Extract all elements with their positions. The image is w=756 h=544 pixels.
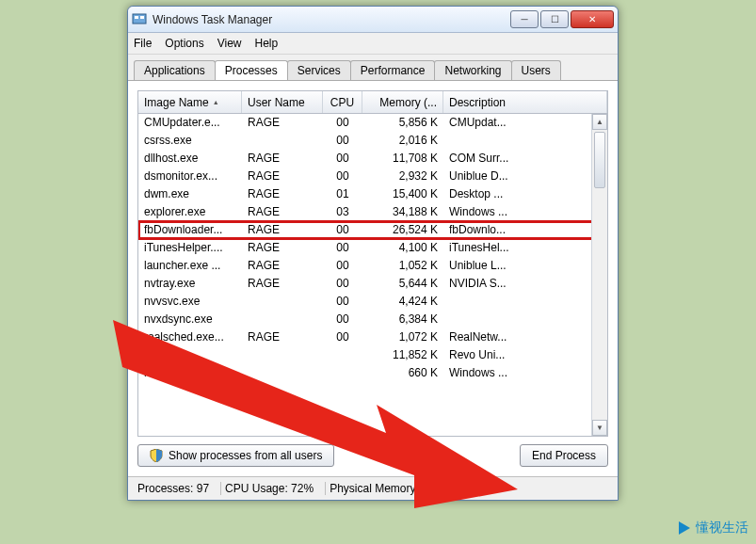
- statusbar: Processes: 97 CPU Usage: 72% Physical Me…: [128, 476, 618, 500]
- table-row[interactable]: dwm.exeRAGE0115,400 KDesktop ...: [138, 185, 607, 203]
- cell-description: Windows ...: [443, 205, 607, 218]
- menu-view[interactable]: View: [217, 37, 242, 50]
- cell-description: NVIDIA S...: [443, 277, 607, 290]
- show-all-label: Show processes from all users: [169, 449, 322, 462]
- table-row[interactable]: nvxdsync.exe006,384 K: [138, 311, 607, 328]
- table-row[interactable]: fbDownloader...RAGE0026,524 KfbDownlo...: [138, 221, 607, 239]
- scroll-up-button[interactable]: ▲: [592, 114, 607, 130]
- status-processes: Processes: 97: [134, 482, 221, 495]
- window-title: Windows Task Manager: [153, 13, 510, 26]
- table-row[interactable]: nvvsvc.exe004,424 K: [138, 293, 607, 311]
- cell-description: Uniblue L...: [443, 259, 607, 272]
- end-process-button[interactable]: End Process: [520, 444, 608, 467]
- table-row[interactable]: launcher.exe ...RAGE001,052 KUniblue L..…: [138, 257, 607, 275]
- tab-performance[interactable]: Performance: [350, 60, 436, 80]
- table-row[interactable]: nvtray.exeRAGE005,644 KNVIDIA S...: [138, 275, 607, 293]
- cell-memory: 2,932 K: [362, 169, 443, 183]
- watermark: 懂视生活: [675, 520, 748, 536]
- cell-cpu: 00: [323, 259, 362, 272]
- table-row[interactable]: dllhost.exeRAGE0011,708 KCOM Surr...: [138, 150, 607, 168]
- cell-memory: 6,384 K: [362, 312, 443, 326]
- maximize-button[interactable]: ☐: [540, 10, 569, 28]
- tab-services[interactable]: Services: [287, 60, 351, 80]
- svg-marker-4: [679, 521, 690, 535]
- col-user-name[interactable]: User Name: [242, 91, 323, 113]
- cell-user: RAGE: [242, 259, 323, 272]
- cell-cpu: 00: [323, 223, 362, 236]
- cell-image: dwm.exe: [138, 187, 242, 200]
- col-cpu[interactable]: CPU: [323, 91, 362, 113]
- cell-image: CMUpdater.e...: [138, 116, 242, 129]
- cell-cpu: 00: [323, 295, 362, 308]
- cell-image: nvtray.exe: [138, 277, 242, 290]
- process-grid: Image Name User Name CPU Memory (... Des…: [137, 90, 608, 437]
- tab-processes[interactable]: Processes: [215, 60, 288, 80]
- grid-header: Image Name User Name CPU Memory (... Des…: [138, 91, 607, 114]
- tab-networking[interactable]: Networking: [434, 60, 511, 80]
- cell-description: Revo Uni...: [443, 348, 607, 361]
- cell-image: explorer.exe: [138, 205, 242, 218]
- menu-file[interactable]: File: [134, 37, 152, 50]
- cell-user: RAGE: [242, 277, 323, 290]
- cell-description: fbDownlo...: [443, 223, 607, 236]
- cell-memory: 34,188 K: [362, 205, 443, 218]
- cell-user: RAGE: [242, 223, 323, 236]
- col-memory[interactable]: Memory (...: [362, 91, 443, 113]
- cell-memory: 15,400 K: [362, 187, 443, 200]
- processes-panel: Image Name User Name CPU Memory (... Des…: [128, 81, 618, 476]
- cell-memory: 1,072 K: [362, 330, 443, 344]
- cell-cpu: 00: [323, 241, 362, 254]
- cell-memory: 11,708 K: [362, 152, 443, 165]
- cell-image: csrss.exe: [138, 134, 242, 147]
- cell-image: Revo: [138, 348, 242, 361]
- cell-memory: 11,852 K: [362, 348, 443, 361]
- table-row[interactable]: realsched.exe...RAGE001,072 KRealNetw...: [138, 328, 607, 346]
- scroll-down-button[interactable]: ▼: [592, 420, 607, 436]
- cell-memory: 2,016 K: [362, 134, 443, 147]
- cell-memory: 1,052 K: [362, 259, 443, 272]
- cell-description: RealNetw...: [443, 330, 607, 344]
- vertical-scrollbar[interactable]: ▲ ▼: [591, 114, 607, 436]
- cell-cpu: 00: [323, 169, 362, 183]
- col-description[interactable]: Description: [443, 91, 607, 113]
- table-row[interactable]: rundll32.exe660 KWindows ...: [138, 364, 607, 382]
- table-row[interactable]: CMUpdater.e...RAGE005,856 KCMUpdat...: [138, 114, 607, 132]
- shield-icon: [150, 449, 163, 462]
- table-row[interactable]: csrss.exe002,016 K: [138, 132, 607, 150]
- cell-memory: 5,856 K: [362, 116, 443, 129]
- table-row[interactable]: iTunesHelper....RAGE004,100 KiTunesHel..…: [138, 239, 607, 257]
- minimize-button[interactable]: ─: [510, 10, 539, 28]
- menu-options[interactable]: Options: [165, 37, 203, 50]
- col-image-name[interactable]: Image Name: [138, 91, 242, 113]
- cell-user: RAGE: [242, 241, 323, 254]
- titlebar[interactable]: Windows Task Manager ─ ☐ ✕: [128, 7, 618, 33]
- cell-cpu: 00: [323, 312, 362, 326]
- menu-help[interactable]: Help: [255, 37, 279, 50]
- table-row[interactable]: explorer.exeRAGE0334,188 KWindows ...: [138, 203, 607, 221]
- cell-cpu: 01: [323, 187, 362, 200]
- cell-description: CMUpdat...: [443, 116, 607, 129]
- cell-cpu: 03: [323, 205, 362, 218]
- cell-image: iTunesHelper....: [138, 241, 242, 254]
- cell-cpu: 00: [323, 116, 362, 129]
- close-button[interactable]: ✕: [571, 10, 614, 28]
- cell-image: realsched.exe...: [138, 330, 242, 344]
- cell-image: fbDownloader...: [138, 223, 242, 236]
- cell-user: RAGE: [242, 187, 323, 200]
- app-icon: [132, 12, 147, 27]
- tab-applications[interactable]: Applications: [134, 60, 216, 80]
- tab-users[interactable]: Users: [511, 60, 561, 80]
- cell-cpu: 00: [323, 277, 362, 290]
- cell-cpu: 00: [323, 330, 362, 344]
- table-row[interactable]: dsmonitor.ex...RAGE002,932 KUniblue D...: [138, 168, 607, 185]
- grid-body[interactable]: CMUpdater.e...RAGE005,856 KCMUpdat...csr…: [138, 114, 607, 436]
- watermark-icon: [675, 520, 692, 536]
- scroll-thumb[interactable]: [594, 132, 605, 188]
- show-all-processes-button[interactable]: Show processes from all users: [137, 444, 334, 467]
- svg-rect-1: [135, 16, 138, 19]
- table-row[interactable]: Revo11,852 KRevo Uni...: [138, 346, 607, 364]
- cell-description: iTunesHel...: [443, 241, 607, 254]
- menubar: File Options View Help: [128, 33, 618, 55]
- watermark-text: 懂视生活: [696, 520, 748, 536]
- cell-memory: 660 K: [362, 366, 443, 379]
